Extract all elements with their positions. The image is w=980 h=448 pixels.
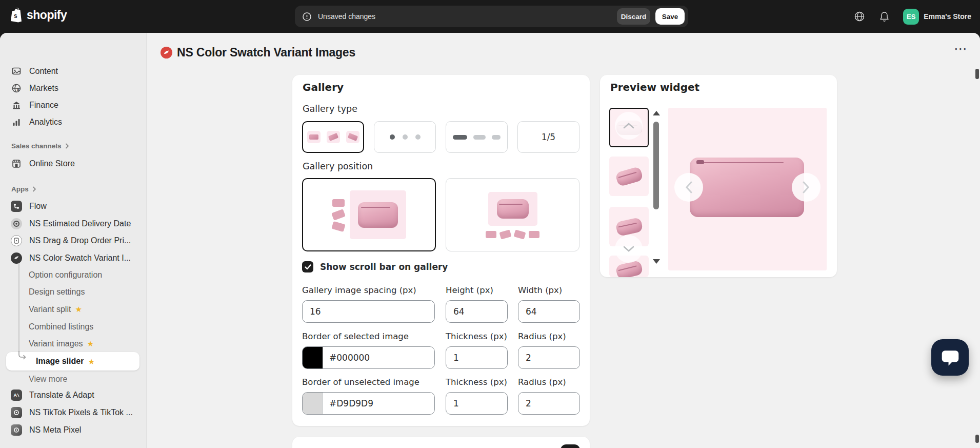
thumbnails-scrollbar-thumb[interactable]	[653, 122, 659, 209]
premium-star-icon: ★	[75, 305, 82, 313]
toggle-switch-partial[interactable]	[561, 444, 580, 448]
thumbnails-scroll-up-button[interactable]	[615, 112, 643, 140]
width-input[interactable]	[518, 300, 580, 323]
discard-button[interactable]: Discard	[617, 8, 650, 25]
selected-thickness-input[interactable]	[446, 346, 508, 369]
sidebar-section-sales-channels[interactable]: Sales channels	[0, 139, 147, 152]
unselected-thickness-input[interactable]	[446, 392, 508, 415]
gallery-position-bottom-option[interactable]	[446, 178, 579, 251]
gallery-position-options	[302, 178, 579, 251]
border-unselected-hex-input[interactable]	[323, 393, 435, 414]
thumbnails-scroll-down-button[interactable]	[615, 235, 643, 263]
check-icon	[305, 264, 311, 270]
preview-card-title: Preview widget	[610, 81, 699, 93]
preview-main-image	[668, 108, 827, 270]
save-button[interactable]: Save	[655, 8, 685, 25]
sidebar-item-design-settings[interactable]: Design settings	[0, 283, 147, 300]
ns-color-swatch-icon	[10, 252, 23, 264]
store-avatar[interactable]: ES	[903, 9, 919, 25]
gallery-type-dashes-option[interactable]	[446, 121, 508, 153]
color-swatch-gray[interactable]	[303, 393, 323, 414]
sidebar-item-ns-color-swatch[interactable]: NS Color Swatch Variant I...	[0, 249, 147, 266]
shopify-logo[interactable]: s shopify	[9, 7, 67, 23]
sidebar-item-analytics[interactable]: Analytics	[0, 113, 147, 130]
window-scrollbar-thumb-top[interactable]	[975, 69, 979, 79]
scrollbar-down-arrow[interactable]	[653, 259, 660, 264]
app-shell: Content $ Markets Finance Analytics Sale…	[0, 33, 980, 448]
gallery-image-spacing-input[interactable]	[302, 300, 435, 323]
store-name[interactable]: Emma's Store	[924, 12, 971, 21]
unselected-radius-input[interactable]	[518, 392, 580, 415]
gallery-type-thumbnails-option[interactable]	[302, 121, 364, 153]
thickness-label: Thickness (px)	[446, 332, 508, 343]
unsaved-changes-label: Unsaved changes	[318, 12, 375, 21]
border-selected-color-input[interactable]	[302, 346, 435, 369]
sidebar-item-ns-tiktok-pixels[interactable]: NS TikTok Pixels & TikTok ...	[0, 404, 147, 421]
chevron-right-icon	[65, 143, 69, 149]
content-icon	[10, 65, 23, 77]
sidebar-item-ns-estimated-delivery[interactable]: NS Estimated Delivery Date	[0, 215, 147, 232]
gallery-image-spacing-label: Gallery image spacing (px)	[302, 285, 435, 297]
unselected-border-row: Border of unselected image Thickness (px…	[302, 377, 590, 415]
gallery-card-title: Gallery	[303, 81, 344, 93]
border-selected-hex-input[interactable]	[323, 347, 435, 368]
shopify-wordmark: shopify	[27, 8, 67, 22]
sidebar-section-apps[interactable]: Apps	[0, 182, 147, 196]
preview-thumbnail-2[interactable]	[609, 157, 649, 196]
radius-label: Radius (px)	[518, 332, 580, 343]
gallery-prev-button[interactable]	[674, 173, 703, 202]
height-label: Height (px)	[446, 285, 508, 297]
sidebar-item-variant-split[interactable]: Variant split ★	[0, 301, 147, 318]
selected-radius-input[interactable]	[518, 346, 580, 369]
svg-text:$: $	[17, 87, 19, 91]
radius-label: Radius (px)	[518, 377, 580, 388]
next-settings-card-partial	[292, 437, 590, 448]
topbar: s shopify Unsaved changes Discard Save E…	[0, 0, 980, 33]
sidebar-item-option-configuration[interactable]: Option configuration	[0, 266, 147, 283]
sidebar-item-combined-listings[interactable]: Combined listings	[0, 318, 147, 335]
alert-icon	[302, 12, 312, 22]
sidebar-item-image-slider-selected[interactable]: Image slider ★	[6, 352, 139, 371]
notifications-bell-icon[interactable]	[875, 8, 893, 25]
show-scrollbar-checkbox[interactable]	[302, 261, 313, 272]
gallery-type-counter-option[interactable]: 1/5	[517, 121, 579, 153]
chevron-left-icon	[685, 181, 692, 193]
spacing-size-row: Gallery image spacing (px) Height (px) W…	[302, 285, 590, 323]
unsaved-changes-banner: Unsaved changes Discard Save	[295, 6, 688, 27]
flow-app-icon	[10, 200, 23, 212]
border-unselected-color-input[interactable]	[302, 392, 435, 415]
show-scrollbar-label: Show scroll bar on gallery	[320, 262, 448, 272]
sidebar: Content $ Markets Finance Analytics Sale…	[0, 33, 147, 448]
sidebar-item-view-more[interactable]: View more	[0, 371, 147, 387]
svg-text:s: s	[14, 12, 17, 20]
sidebar-item-finance[interactable]: Finance	[0, 96, 147, 113]
sidebar-item-variant-images[interactable]: Variant images ★	[0, 335, 147, 352]
more-actions-kebab-icon[interactable]: ⋯	[954, 41, 968, 57]
sidebar-item-translate-adapt[interactable]: A Translate & Adapt	[0, 386, 147, 403]
chat-icon	[941, 348, 960, 367]
window-scrollbar-thumb-bottom[interactable]	[975, 435, 979, 443]
gallery-type-dots-option[interactable]	[374, 121, 436, 153]
ns-meta-pixel-icon	[10, 424, 23, 436]
height-input[interactable]	[446, 300, 508, 323]
sidebar-item-ns-meta-pixel[interactable]: NS Meta Pixel	[0, 421, 147, 438]
premium-star-icon: ★	[88, 358, 94, 365]
scrollbar-up-arrow[interactable]	[653, 111, 660, 115]
sidebar-item-online-store[interactable]: Online Store	[0, 155, 147, 172]
globe-icon[interactable]	[851, 8, 868, 25]
color-swatch-black[interactable]	[303, 347, 323, 368]
gallery-type-options: 1/5	[302, 121, 579, 153]
sidebar-item-ns-drag-drop[interactable]: NS Drag & Drop Order Pri...	[0, 232, 147, 249]
chevron-right-icon	[803, 181, 810, 193]
sidebar-item-markets[interactable]: $ Markets	[0, 80, 147, 96]
app-badge-icon	[161, 47, 172, 59]
chat-widget-button[interactable]	[931, 339, 969, 376]
gallery-next-button[interactable]	[792, 173, 821, 202]
chevron-up-icon	[623, 123, 634, 129]
sidebar-item-content[interactable]: Content	[0, 63, 147, 80]
sidebar-item-flow[interactable]: Flow	[0, 198, 147, 215]
svg-text:A: A	[14, 393, 17, 398]
translate-adapt-icon: A	[10, 389, 23, 401]
ns-drag-drop-icon	[10, 235, 23, 247]
gallery-position-left-option[interactable]	[302, 178, 436, 251]
